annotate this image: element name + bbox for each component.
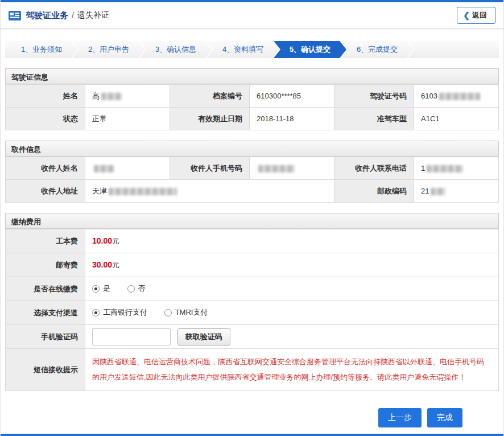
radio-online-pay-no[interactable]: 否 — [127, 283, 146, 294]
finish-button[interactable]: 完成 — [427, 408, 462, 427]
bottom-accent-bar — [1, 434, 503, 436]
step-6-complete-submit[interactable]: 6、完成提交 — [341, 41, 414, 58]
license-section-title: 驾驶证信息 — [5, 68, 499, 84]
page-title: 驾驶证业务 — [26, 10, 68, 21]
redacted-value — [258, 165, 295, 172]
expiry-value: 2018-11-18 — [250, 108, 334, 130]
redacted-value — [101, 93, 122, 100]
fees-section-title: 缴纳费用 — [5, 213, 499, 229]
radio-channel-tmri[interactable]: TMRI支付 — [164, 307, 208, 318]
step-2-user-declaration[interactable]: 2、用户申告 — [72, 41, 145, 58]
breadcrumb-separator: / — [72, 11, 74, 20]
status-label: 状态 — [6, 108, 85, 130]
back-button-label: 返回 — [472, 10, 487, 20]
step-5-confirm-submit[interactable]: 5、确认提交 — [274, 41, 346, 58]
cost-fee-value: 10.00元 — [85, 229, 499, 253]
step-4-fill-data[interactable]: 4、资料填写 — [206, 41, 279, 58]
recipient-address-label: 收件人地址 — [6, 180, 85, 203]
sms-code-label: 手机验证码 — [6, 325, 85, 349]
chevron-left-icon: ❮ — [463, 11, 470, 19]
redacted-value — [94, 165, 114, 172]
license-info-section: 驾驶证信息 姓名 高 档案编号 610300****85 驾驶证号码 6103 … — [5, 68, 499, 130]
page-header: 驾驶证业务 / 遗失补证 ❮ 返回 — [1, 2, 503, 29]
online-pay-label: 是否在线缴费 — [6, 277, 85, 301]
recipient-address-value: 天津 — [85, 180, 334, 203]
sms-notice-value: 因陕西省联通、电信运营商技术问题，陕西省互联网交通安全综合服务管理平台无法向持陕… — [85, 349, 499, 391]
radio-icon — [92, 285, 100, 293]
radio-icon — [164, 309, 172, 316]
recipient-phone-label: 收件人联系电话 — [334, 157, 414, 180]
table-row: 状态 正常 有效期止日期 2018-11-18 准驾车型 A1C1 — [6, 108, 499, 130]
table-row: 姓名 高 档案编号 610300****85 驾驶证号码 6103 — [6, 85, 499, 108]
form-icon — [9, 11, 21, 20]
postage-fee-value: 30.00元 — [85, 253, 499, 277]
redacted-value — [431, 188, 445, 195]
table-row: 收件人地址 天津 邮政编码 21 — [6, 180, 499, 203]
radio-channel-icbc[interactable]: 工商银行支付 — [92, 307, 147, 318]
step-navigation: 1、业务须知 2、用户申告 3、确认信息 4、资料填写 5、确认提交 6、完成提… — [5, 41, 499, 58]
table-row: 选择支付渠道 工商银行支付 TMRI支付 — [6, 301, 499, 325]
steps-filler — [408, 41, 499, 58]
recipient-mobile-value — [250, 157, 334, 180]
recipient-name-value — [85, 157, 170, 180]
table-row: 邮寄费 30.00元 — [6, 253, 499, 277]
get-code-button[interactable]: 获取验证码 — [177, 328, 230, 345]
previous-step-button[interactable]: 上一步 — [378, 408, 422, 427]
vehicle-class-value: A1C1 — [414, 108, 499, 130]
radio-icon — [92, 309, 100, 316]
expiry-label: 有效期止日期 — [170, 108, 250, 130]
table-row: 手机验证码 获取验证码 — [6, 325, 499, 349]
license-number-label: 驾驶证号码 — [334, 85, 414, 108]
sms-code-input[interactable] — [92, 328, 171, 345]
file-number-value: 610300****85 — [250, 85, 334, 108]
step-3-confirm-info[interactable]: 3、确认信息 — [139, 41, 212, 58]
fees-section: 缴纳费用 工本费 10.00元 邮寄费 30.00元 是否在线缴费 是 — [5, 213, 499, 391]
pay-channel-options: 工商银行支付 TMRI支付 — [85, 301, 499, 325]
status-value: 正常 — [85, 108, 170, 130]
page-subtitle: 遗失补证 — [77, 10, 109, 20]
recipient-name-label: 收件人姓名 — [6, 157, 85, 180]
sms-notice-label: 短信接收提示 — [6, 349, 85, 391]
postage-fee-label: 邮寄费 — [6, 253, 85, 277]
pickup-info-section: 取件信息 收件人姓名 收件人手机号码 收件人联系电话 1 收件人地址 天津 邮政… — [5, 141, 499, 203]
cost-fee-label: 工本费 — [6, 229, 85, 253]
table-row: 短信接收提示 因陕西省联通、电信运营商技术问题，陕西省互联网交通安全综合服务管理… — [6, 349, 499, 391]
vehicle-class-label: 准驾车型 — [334, 108, 414, 130]
step-1-business-notice[interactable]: 1、业务须知 — [5, 41, 78, 58]
zip-code-value: 21 — [414, 180, 499, 203]
sms-code-field: 获取验证码 — [85, 325, 499, 349]
file-number-label: 档案编号 — [170, 85, 250, 108]
zip-code-label: 邮政编码 — [334, 180, 414, 203]
pay-channel-label: 选择支付渠道 — [6, 301, 85, 325]
recipient-mobile-label: 收件人手机号码 — [170, 157, 250, 180]
name-value: 高 — [85, 85, 170, 108]
pickup-section-title: 取件信息 — [5, 141, 499, 157]
form-actions: 上一步 完成 — [5, 408, 462, 427]
fees-table: 工本费 10.00元 邮寄费 30.00元 是否在线缴费 是 — [5, 229, 499, 391]
name-label: 姓名 — [6, 85, 85, 108]
sms-notice-text: 因陕西省联通、电信运营商技术问题，陕西省互联网交通安全综合服务管理平台无法向持陕… — [92, 357, 484, 381]
redacted-value — [439, 93, 480, 100]
recipient-phone-value: 1 — [414, 157, 499, 180]
back-button[interactable]: ❮ 返回 — [457, 7, 495, 24]
table-row: 工本费 10.00元 — [6, 229, 499, 253]
license-number-value: 6103 — [414, 85, 499, 108]
table-row: 是否在线缴费 是 否 — [6, 277, 499, 301]
redacted-value — [109, 188, 177, 195]
radio-online-pay-yes[interactable]: 是 — [92, 283, 110, 294]
license-info-table: 姓名 高 档案编号 610300****85 驾驶证号码 6103 状态 正常 … — [5, 84, 499, 130]
pickup-info-table: 收件人姓名 收件人手机号码 收件人联系电话 1 收件人地址 天津 邮政编码 21 — [5, 157, 499, 203]
table-row: 收件人姓名 收件人手机号码 收件人联系电话 1 — [6, 157, 499, 180]
radio-icon — [127, 285, 135, 293]
online-pay-options: 是 否 — [85, 277, 499, 301]
redacted-value — [427, 165, 463, 172]
